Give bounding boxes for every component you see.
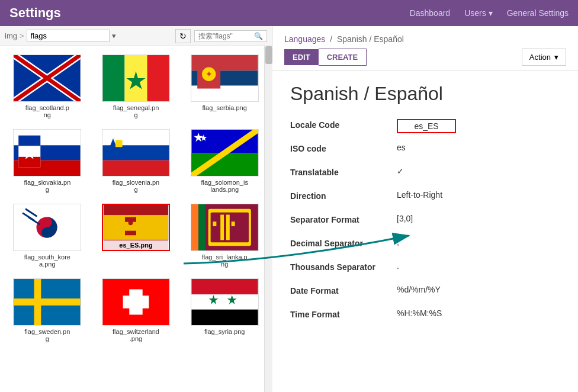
flag-sri-lanka-img [191,204,258,250]
svg-rect-5 [102,55,124,101]
svg-rect-58 [123,295,149,308]
breadcrumb-parent[interactable]: Languages [284,34,325,44]
svg-rect-51 [213,221,216,226]
field-row: ISO codees [290,143,560,159]
create-button[interactable]: CREATE [319,49,367,66]
file-item[interactable]: flag_scotland.png [6,52,89,121]
fm-dropdown-arrow[interactable]: ▾ [112,31,116,40]
top-navigation: Settings Dashboard Users ▾ General Setti… [0,0,578,26]
flag-slovakia-img [14,130,81,176]
svg-point-42 [129,221,133,226]
file-item[interactable]: flag_syria.png [183,276,266,345]
fm-search-box: 🔍 [194,30,267,42]
svg-rect-24 [102,160,169,176]
settings-breadcrumb: Languages / Spanish / Español [272,26,578,44]
flag-syria-img [191,279,258,325]
file-name: flag_south_korea.png [24,253,70,268]
nav-links: Dashboard Users ▾ General Settings [410,8,569,18]
field-value: Left-to-Right [397,190,442,200]
field-label: Direction [290,190,397,201]
file-manager-panel: img > ▾ ↻ 🔍 [0,26,272,392]
file-name: flag_scotland.png [25,104,69,118]
svg-rect-7 [147,55,169,101]
flag-switzerland-img [102,279,169,325]
field-value: . [397,261,399,271]
action-button[interactable]: Action ▾ [522,49,566,66]
flag-slovenia-img [102,130,169,176]
field-value: [3,0] [397,214,413,223]
file-manager: img > ▾ ↻ 🔍 [0,26,272,351]
flag-sweden-img [14,279,81,325]
file-item[interactable]: flag_senegal.png [95,52,178,121]
file-name: flag_senegal.png [113,104,159,118]
file-item[interactable]: flag_switzerland.png [95,276,178,345]
svg-rect-45 [198,204,205,250]
field-label: ISO code [290,143,397,153]
general-settings-link[interactable]: General Settings [507,8,569,18]
app-title: Settings [9,5,61,21]
file-name: flag_sri_lanka.png [202,253,248,268]
field-value: %d/%m/%Y [397,285,441,294]
field-value: ✓ [397,166,404,176]
users-dropdown-icon: ▾ [489,8,493,18]
svg-rect-44 [191,204,198,250]
action-label: Action [529,53,551,62]
field-row: Translatable✓ [290,166,560,183]
field-label: Time Format [290,309,397,319]
field-row: Decimal Separator, [290,237,560,254]
svg-rect-49 [220,215,224,240]
field-value: , [397,237,399,247]
field-row: Locale Codees_ES [290,119,560,136]
scrollbar-thumb[interactable] [265,46,272,64]
file-item[interactable]: ✦ flag_serbia.png [183,52,266,121]
field-label: Date Format [290,285,397,295]
users-link[interactable]: Users ▾ [464,8,493,18]
language-title: Spanish / Español [290,83,560,105]
search-icon: 🔍 [254,32,263,40]
file-name: flag_serbia.png [203,104,247,111]
fields-container: Locale Codees_ESISO codeesTranslatable✓D… [290,119,560,325]
svg-rect-60 [191,294,258,309]
action-dropdown-icon: ▾ [554,53,558,62]
field-label: Translatable [290,166,397,177]
svg-rect-50 [226,215,230,240]
file-grid: flag_scotland.png flag_senegal.png [0,46,272,351]
file-item[interactable]: flag_slovenia.png [95,127,178,195]
file-item[interactable]: flag_sri_lanka.png [183,201,266,270]
field-value: es [397,143,406,152]
file-item-spain[interactable]: es_ES.png [95,201,178,270]
fm-search-input[interactable] [198,32,252,40]
file-item[interactable]: flag_sweden.png [6,276,89,345]
dashboard-link[interactable]: Dashboard [410,8,451,18]
svg-rect-59 [191,279,258,294]
fm-root-folder[interactable]: img [5,31,17,40]
file-name: flag_solomon_islands.png [201,179,248,193]
settings-toolbar: EDIT CREATE Action ▾ [272,44,578,71]
svg-rect-55 [14,298,81,306]
settings-content: Spanish / Español Locale Codees_ESISO co… [272,71,578,344]
edit-button[interactable]: EDIT [284,49,319,65]
file-item[interactable]: flag_slovakia.png [6,127,89,195]
settings-panel: Languages / Spanish / Español EDIT CREAT… [272,26,578,392]
flag-label: es_ES.png [103,240,169,250]
file-name: flag_slovakia.png [24,179,70,193]
fm-breadcrumb: img > ▾ [5,30,172,42]
svg-rect-52 [231,221,235,226]
svg-rect-26 [115,140,123,147]
file-name: flag_syria.png [204,328,245,335]
field-row: DirectionLeft-to-Right [290,190,560,207]
breadcrumb-current: Spanish / Español [337,34,404,44]
field-row: Date Format%d/%m/%Y [290,285,560,301]
svg-rect-19 [19,136,41,146]
file-item[interactable]: flag_solomon_islands.png [183,127,266,195]
field-value: %H:%M:%S [397,309,442,318]
svg-rect-61 [191,310,258,325]
main-layout: img > ▾ ↻ 🔍 [0,26,578,392]
fm-breadcrumb-sep: > [20,31,24,40]
fm-folder-input[interactable] [27,30,110,42]
field-label: Thousands Separator [290,261,397,272]
scrollbar[interactable] [264,46,272,392]
file-item[interactable]: flag_south_korea.png [6,201,89,270]
fm-refresh-button[interactable]: ↻ [175,29,191,43]
file-name: flag_slovenia.png [113,179,160,193]
